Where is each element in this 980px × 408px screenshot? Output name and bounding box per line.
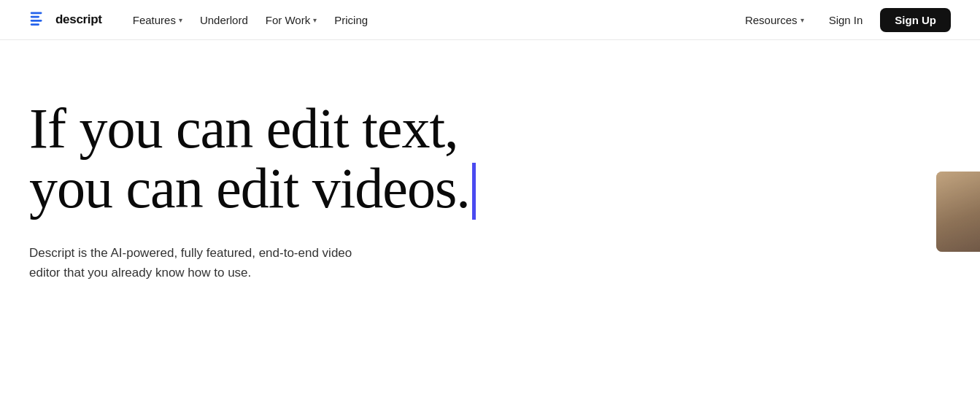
resources-chevron-icon: ▾ [800,16,804,24]
for-work-nav-link[interactable]: For Work ▾ [258,9,324,31]
hero-subtext: Descript is the AI-powered, fully featur… [29,243,379,282]
nav-left: descript Features ▾ Underlord For Work ▾… [29,9,375,31]
for-work-label: For Work [266,14,310,26]
sign-in-button[interactable]: Sign In [817,8,875,32]
features-chevron-icon: ▾ [179,16,182,24]
sign-up-button[interactable]: Sign Up [880,8,951,32]
for-work-chevron-icon: ▾ [313,16,317,24]
svg-rect-3 [31,23,39,26]
text-cursor [472,163,476,220]
pricing-label: Pricing [334,14,368,26]
hero-content: If you can edit text, you can edit video… [0,40,657,312]
hero-headline-line2: you can edit videos. [29,156,470,220]
svg-rect-2 [31,20,42,22]
logo-text: descript [55,12,102,27]
hero-decorative-image [936,172,980,252]
resources-label: Resources [745,14,798,26]
resources-nav-link[interactable]: Resources ▾ [738,9,811,31]
svg-rect-1 [31,16,39,18]
underlord-nav-link[interactable]: Underlord [193,9,255,31]
features-nav-link[interactable]: Features ▾ [126,9,190,31]
nav-right: Resources ▾ Sign In Sign Up [738,8,951,32]
nav-links: Features ▾ Underlord For Work ▾ Pricing [126,9,375,31]
svg-rect-0 [31,12,42,15]
hero-headline: If you can edit text, you can edit video… [29,99,628,223]
hero-section: If you can edit text, you can edit video… [0,40,980,312]
logo[interactable]: descript [29,9,102,30]
underlord-label: Underlord [200,14,248,26]
navbar: descript Features ▾ Underlord For Work ▾… [0,0,980,40]
descript-logo-icon [29,9,50,30]
hero-headline-line1: If you can edit text, [29,96,458,160]
pricing-nav-link[interactable]: Pricing [327,9,375,31]
features-label: Features [133,14,176,26]
